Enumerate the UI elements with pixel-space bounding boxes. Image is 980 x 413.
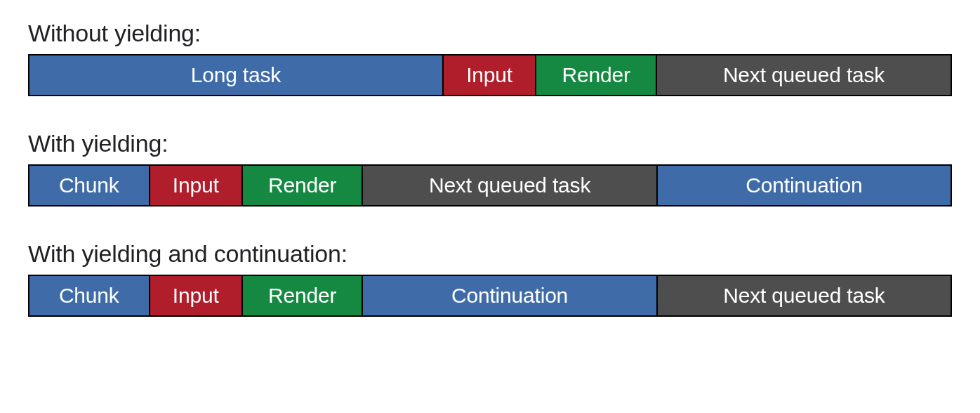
segment-input: Input	[444, 55, 537, 95]
segment-render: Render	[536, 55, 657, 95]
segment-chunk: Chunk	[29, 166, 150, 205]
section-without-yielding: Without yielding: Long task Input Render…	[28, 20, 952, 96]
segment-render: Render	[243, 276, 364, 315]
segment-long-task: Long task	[29, 55, 444, 95]
section-with-yielding: With yielding: Chunk Input Render Next q…	[28, 130, 952, 206]
segment-continuation: Continuation	[363, 276, 657, 315]
timeline-bar: Chunk Input Render Continuation Next que…	[28, 275, 952, 317]
timeline-bar: Chunk Input Render Next queued task Cont…	[28, 164, 952, 206]
segment-next-queued: Next queued task	[657, 55, 951, 95]
timeline-bar: Long task Input Render Next queued task	[28, 54, 952, 96]
segment-next-queued: Next queued task	[363, 166, 657, 205]
segment-render: Render	[243, 166, 364, 205]
segment-input: Input	[150, 276, 243, 315]
section-with-yielding-and-continuation: With yielding and continuation: Chunk In…	[28, 240, 952, 317]
section-title: Without yielding:	[28, 20, 952, 47]
section-title: With yielding and continuation:	[28, 240, 952, 268]
segment-next-queued: Next queued task	[658, 276, 951, 315]
segment-continuation: Continuation	[658, 166, 951, 205]
segment-chunk: Chunk	[29, 276, 150, 315]
segment-input: Input	[150, 166, 243, 205]
section-title: With yielding:	[28, 130, 952, 157]
